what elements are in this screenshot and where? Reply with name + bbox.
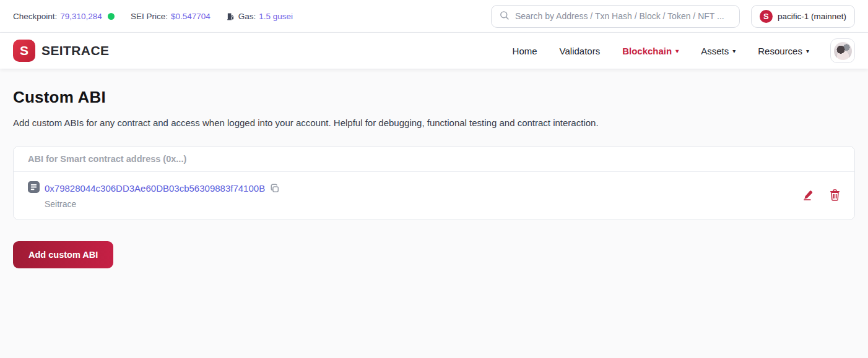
main-content: Custom ABI Add custom ABIs for any contr… — [0, 88, 868, 268]
avatar — [834, 42, 852, 60]
nav-label-home: Home — [513, 46, 537, 56]
gas-value[interactable]: 1.5 gusei — [259, 12, 293, 21]
network-stats: Checkpoint: 79,310,284 SEI Price: $0.547… — [13, 12, 293, 21]
page-description: Add custom ABIs for any contract and acc… — [13, 117, 855, 128]
chevron-down-icon: ▾ — [732, 48, 736, 54]
search-input[interactable] — [515, 11, 732, 21]
profile-menu-button[interactable] — [830, 38, 855, 63]
network-label: pacific-1 (mainnet) — [778, 12, 846, 21]
nav-item-resources[interactable]: Resources ▾ — [758, 46, 809, 56]
seitrace-network-icon: S — [760, 10, 773, 23]
checkpoint-label: Checkpoint: — [13, 12, 57, 21]
nav-item-home[interactable]: Home — [513, 46, 537, 56]
nav-label-resources: Resources — [758, 46, 802, 56]
sei-price-value[interactable]: $0.547704 — [171, 12, 210, 21]
gas-pump-icon — [227, 12, 235, 20]
row-actions — [802, 189, 840, 201]
checkpoint-value[interactable]: 79,310,284 — [60, 12, 102, 21]
edit-abi-icon[interactable] — [802, 190, 814, 201]
brand-logo-link[interactable]: S SEITRACE — [13, 40, 109, 62]
delete-abi-icon[interactable] — [830, 189, 840, 201]
topbar-right: S pacific-1 (mainnet) — [491, 5, 855, 28]
nav-label-assets: Assets — [701, 46, 729, 56]
checkpoint-stat: Checkpoint: 79,310,284 — [13, 12, 115, 21]
nav-item-validators[interactable]: Validators — [560, 46, 601, 56]
table-column-header: ABI for Smart contract address (0x...) — [14, 147, 854, 172]
page-title: Custom ABI — [13, 88, 855, 107]
abi-entry: 0x79828044c306DD3Ae60DB03cb56309883f7410… — [28, 181, 280, 209]
main-header: S SEITRACE Home Validators Blockchain ▾ … — [0, 33, 868, 69]
search-icon — [499, 10, 510, 23]
add-custom-abi-button[interactable]: Add custom ABI — [13, 241, 113, 268]
main-nav: Home Validators Blockchain ▾ Assets ▾ Re… — [513, 46, 809, 56]
sei-price-stat: SEI Price: $0.547704 — [131, 12, 210, 21]
address-line: 0x79828044c306DD3Ae60DB03cb56309883f7410… — [28, 181, 280, 195]
sei-price-label: SEI Price: — [131, 12, 168, 21]
abi-name: Seitrace — [45, 199, 280, 209]
custom-abi-table: ABI for Smart contract address (0x...) 0… — [13, 146, 855, 220]
contract-icon — [28, 181, 40, 195]
nav-item-assets[interactable]: Assets ▾ — [701, 46, 736, 56]
brand-name: SEITRACE — [41, 43, 109, 58]
contract-address-link[interactable]: 0x79828044c306DD3Ae60DB03cb56309883f7410… — [45, 183, 265, 194]
nav-item-blockchain[interactable]: Blockchain ▾ — [622, 46, 679, 56]
gas-stat: Gas: 1.5 gusei — [227, 12, 293, 21]
top-stats-bar: Checkpoint: 79,310,284 SEI Price: $0.547… — [0, 0, 868, 33]
gas-label: Gas: — [238, 12, 256, 21]
seitrace-logo-icon: S — [13, 40, 35, 62]
table-row: 0x79828044c306DD3Ae60DB03cb56309883f7410… — [14, 172, 854, 219]
copy-address-icon[interactable] — [270, 184, 280, 194]
network-selector-button[interactable]: S pacific-1 (mainnet) — [751, 5, 855, 28]
search-box[interactable] — [491, 5, 740, 28]
status-dot — [108, 13, 115, 20]
nav-label-validators: Validators — [560, 46, 601, 56]
nav-label-blockchain: Blockchain — [622, 46, 672, 56]
chevron-down-icon: ▾ — [806, 48, 809, 54]
chevron-down-icon: ▾ — [675, 48, 679, 54]
